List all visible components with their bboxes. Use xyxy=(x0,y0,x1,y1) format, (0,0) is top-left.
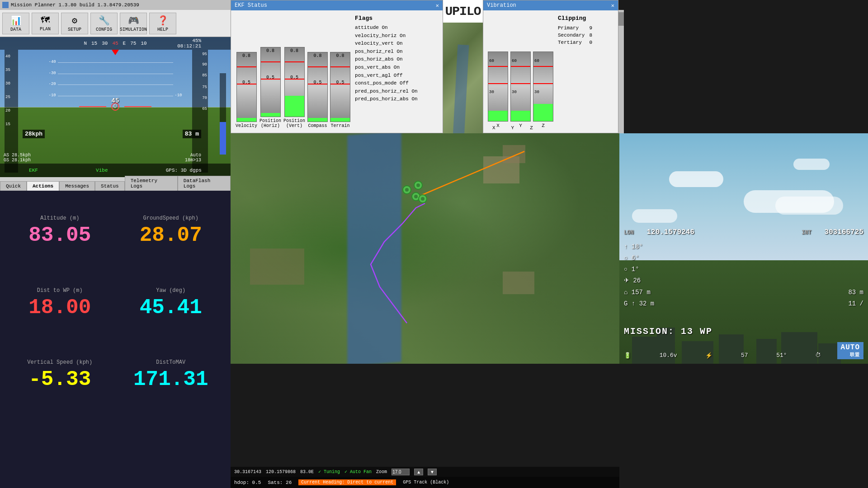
vib-y-30-label: 30 xyxy=(511,90,530,90)
tab-telemetry[interactable]: Telemetry Logs xyxy=(125,176,178,191)
tab-dataflash[interactable]: DataFlash Logs xyxy=(178,176,231,191)
vib-z-redline1 xyxy=(533,66,553,67)
cam-stat-r2: 11 / xyxy=(848,298,863,310)
cam-lat-label: INT xyxy=(802,230,811,236)
ekf-pv-label: Position(Vert) xyxy=(283,118,305,128)
map-building-2 xyxy=(503,145,525,163)
cam-heading-row: ↑ 18° xyxy=(624,241,654,253)
vib-z-label: Z xyxy=(542,123,545,128)
ekf-ph-fill xyxy=(261,113,280,117)
clip-primary-label: Primary xyxy=(558,25,579,31)
gps-status-label: GPS: 3D dgps xyxy=(166,168,202,173)
vib-title-bar: Vibration ✕ xyxy=(483,0,618,10)
hud-throttle-pct: 45% xyxy=(177,38,201,43)
ekf-bar-posvert: 0.8 0.5 Position(Vert) xyxy=(283,47,305,128)
tab-actions[interactable]: Actions xyxy=(27,181,59,191)
cam-pitch-row: ○ 1° xyxy=(624,264,654,275)
flag-pred-horiz-abs: pred_pos_horiz_abs On xyxy=(355,95,438,103)
toolbar-data-btn[interactable]: 📊 DATA xyxy=(2,13,29,34)
compass-15: 15 xyxy=(91,41,97,46)
hdop-label: hdop: 0.5 xyxy=(234,480,261,485)
simulation-label: SIMULATION xyxy=(120,27,147,32)
cam-lat-area: INT 303166725 xyxy=(802,228,863,236)
vib-scroll-thumb[interactable] xyxy=(618,12,624,26)
toolbar-setup-btn[interactable]: ⚙ SETUP xyxy=(61,13,88,34)
auto-fan-check[interactable]: ✓ Auto Fan xyxy=(344,469,372,474)
map-coord-bar: 30.3167143 120.1579868 83.0E ✓ Tuning ✓ … xyxy=(231,467,619,477)
hud-speed-value: 28kph xyxy=(23,130,45,138)
setup-icon: ⚙ xyxy=(72,15,77,26)
tabs-area: Quick Actions Messages Status Telemetry … xyxy=(0,177,231,191)
vib-axis-row: X Y Z xyxy=(492,125,533,131)
gps-track-label: GPS Track (Black) xyxy=(403,480,449,485)
ekf-comp-val1: 0.8 xyxy=(314,53,322,58)
tab-messages[interactable]: Messages xyxy=(59,181,95,191)
ekf-comp-redline2 xyxy=(308,84,327,84)
vib-scrollbar[interactable] xyxy=(618,10,624,133)
cam-bottom-bar: 🔋 10.6v ⚡ 57 51° ⏱ 3:36 xyxy=(624,352,863,359)
ekf-pv-redline1 xyxy=(285,61,304,62)
clip-primary-value: 9 xyxy=(589,25,592,31)
dist-mav-cell: DistToMAV 171.31 xyxy=(116,340,226,412)
zoom-label: Zoom xyxy=(376,469,387,474)
flag-vel-vert: velocity_vert On xyxy=(355,40,438,48)
compass-10: 10 xyxy=(141,41,146,46)
vib-close-icon[interactable]: ✕ xyxy=(611,2,614,9)
clip-secondary: Secondary 8 xyxy=(558,33,592,38)
cam-speed-icon: ↑ xyxy=(632,300,635,307)
toolbar-help-btn[interactable]: ❓ HELP xyxy=(149,13,176,34)
ekf-bars: 0.8 0.5 Velocity 0.8 0.5 Position(Horiz) xyxy=(236,15,350,128)
toolbar-config-btn[interactable]: 🔧 CONFIG xyxy=(90,13,118,34)
vib-x-axis: X xyxy=(492,125,495,131)
altitude-label: Altitude (m) xyxy=(40,215,79,221)
dist-wp-label: Dist to WP (m) xyxy=(37,287,83,294)
altitude-cell: Altitude (m) 83.05 xyxy=(5,195,115,267)
cam-speed-val: 32 m xyxy=(639,300,655,307)
hud-alt-value: 83 m xyxy=(183,130,201,138)
zoom-increment[interactable]: ▲ xyxy=(414,469,423,475)
ekf-comp-label: Compass xyxy=(308,123,327,128)
cam-lon-area: LON 120.1579246 xyxy=(624,228,694,236)
ekf-pv-val1: 0.8 xyxy=(290,48,298,53)
title-bar: Mission Planner 1.3.80 build 1.3.8479.20… xyxy=(0,0,231,10)
zoom-decrement[interactable]: ▼ xyxy=(428,469,437,475)
map-building-4 xyxy=(250,249,304,285)
toolbar-plan-btn[interactable]: 🗺 PLAN xyxy=(32,13,59,34)
simulation-icon: 🎮 xyxy=(128,15,139,26)
cam-lat-value: 303166725 xyxy=(825,228,863,236)
ekf-vel-label: Velocity xyxy=(236,123,257,128)
cam-heading-up-icon: ↑ xyxy=(624,243,627,250)
ekf-status-label[interactable]: EKF xyxy=(29,168,38,173)
vib-z-wrap: 60 30 xyxy=(533,52,553,122)
toolbar-simulation-btn[interactable]: 🎮 SIMULATION xyxy=(120,13,147,34)
vib-bar-z: 60 30 Z xyxy=(533,52,553,128)
tuning-check[interactable]: ✓ Tuning xyxy=(318,469,340,474)
compass-45: 45 xyxy=(112,41,118,46)
cam-stats-left: ↑ 18° ○ 6° ○ 1° ✈ 26 ⌂ 157 m G ↑ 3 xyxy=(624,241,654,310)
ekf-close-icon[interactable]: ✕ xyxy=(436,2,439,9)
ekf-bar-compass: 0.8 0.5 Compass xyxy=(307,52,328,128)
yaw-label: Yaw (deg) xyxy=(156,287,185,294)
clip-secondary-label: Secondary xyxy=(558,33,585,38)
altitude-value: 83.05 xyxy=(28,224,91,247)
cam-sats-row: ✈ 26 xyxy=(624,275,654,286)
data-icon: 📊 xyxy=(10,15,22,26)
hud-time: 08:12:21 xyxy=(177,43,201,49)
setup-label: SETUP xyxy=(68,27,81,32)
tab-status[interactable]: Status xyxy=(95,181,125,191)
vib-z-redline2 xyxy=(533,83,553,84)
app-icon xyxy=(2,2,9,8)
cam-pitch-val: 1° xyxy=(632,266,639,273)
speed-display: 28kph xyxy=(25,131,42,137)
ekf-terr-redline2 xyxy=(330,84,350,84)
spd-15: 15 xyxy=(5,122,10,127)
auto-badge-label: AUTO xyxy=(841,343,860,352)
data-label: DATA xyxy=(10,27,21,32)
zoom-input[interactable] xyxy=(392,469,410,475)
map-area[interactable] xyxy=(231,133,619,364)
hud-as-gs: AS 28.5kph GS 28.1kph xyxy=(4,153,31,163)
cam-home-row: ⌂ 157 m xyxy=(624,287,654,298)
tab-quick[interactable]: Quick xyxy=(0,181,27,191)
vibe-status-label[interactable]: Vibe xyxy=(96,168,108,173)
groundspeed-cell: GroundSpeed (kph) 28.07 xyxy=(116,195,226,267)
